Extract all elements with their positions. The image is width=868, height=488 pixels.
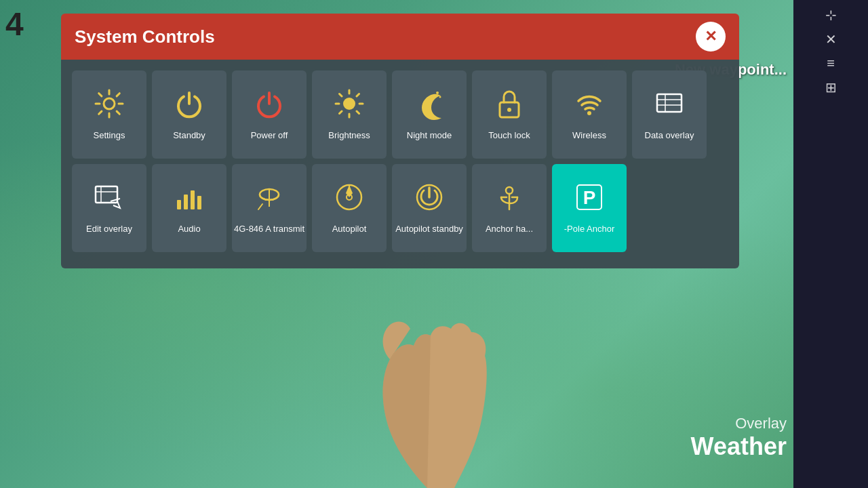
svg-rect-17 bbox=[191, 190, 195, 209]
close-sidebar-icon[interactable]: ✕ bbox=[825, 31, 837, 47]
tile-pole-anchor[interactable]: P -Pole Anchor bbox=[552, 164, 627, 252]
settings-label: Settings bbox=[94, 130, 125, 142]
wireless-label: Wireless bbox=[572, 130, 606, 142]
tile-brightness[interactable]: Brightness bbox=[312, 70, 387, 159]
tile-settings[interactable]: Settings bbox=[72, 70, 146, 159]
edit-overlay-icon bbox=[93, 181, 125, 218]
gear-icon bbox=[93, 87, 125, 125]
tile-touch-lock[interactable]: Touch lock bbox=[472, 70, 547, 159]
svg-point-1 bbox=[343, 98, 355, 110]
overlay-label: Overlay bbox=[691, 415, 787, 432]
tile-autopilot[interactable]: Autopilot bbox=[312, 164, 387, 252]
tile-data-overlay[interactable]: Data overlay bbox=[632, 70, 707, 159]
weather-label: Weather bbox=[691, 432, 787, 461]
svg-point-2 bbox=[436, 92, 439, 94]
screen-number: 4 bbox=[5, 5, 24, 43]
data-overlay-label: Data overlay bbox=[645, 130, 694, 142]
svg-rect-18 bbox=[197, 196, 201, 209]
tile-autopilot-standby[interactable]: Autopilot standby bbox=[392, 164, 467, 252]
4g-transmit-label: 4G-846 A transmit bbox=[234, 224, 304, 235]
data-overlay-icon bbox=[653, 87, 686, 125]
audio-label: Audio bbox=[178, 224, 200, 235]
svg-point-25 bbox=[506, 187, 513, 194]
night-mode-label: Night mode bbox=[407, 130, 452, 142]
tile-4g-transmit[interactable]: 4G-846 A transmit bbox=[232, 164, 307, 252]
tile-audio[interactable]: Audio bbox=[152, 164, 226, 252]
svg-line-14 bbox=[111, 199, 120, 201]
tile-wireless[interactable]: Wireless bbox=[552, 70, 627, 159]
moon-icon bbox=[413, 87, 446, 125]
svg-rect-7 bbox=[657, 94, 682, 112]
pole-anchor-label: -Pole Anchor bbox=[564, 224, 614, 235]
autopilot-standby-icon bbox=[413, 181, 446, 218]
lock-icon bbox=[493, 87, 526, 125]
audio-icon bbox=[173, 181, 205, 218]
svg-rect-16 bbox=[184, 195, 188, 209]
close-button[interactable] bbox=[696, 22, 726, 52]
panel-body: Settings Standby Power bbox=[61, 60, 739, 268]
tiles-row-1: Settings Standby Power bbox=[72, 70, 728, 159]
anchor-label: Anchor ha... bbox=[486, 224, 533, 235]
radar-icon bbox=[253, 181, 285, 218]
grid-icon[interactable]: ⊞ bbox=[825, 79, 837, 96]
tile-standby[interactable]: Standby bbox=[152, 70, 226, 159]
svg-point-3 bbox=[439, 96, 441, 98]
tile-anchor[interactable]: Anchor ha... bbox=[472, 164, 547, 252]
anchor-icon bbox=[493, 181, 526, 218]
touch-lock-label: Touch lock bbox=[488, 130, 530, 142]
panel-title: System Controls bbox=[75, 26, 215, 47]
wifi-icon bbox=[573, 87, 606, 125]
brightness-label: Brightness bbox=[328, 130, 370, 142]
cursor-icon: ⊹ bbox=[825, 7, 837, 23]
autopilot-icon bbox=[333, 181, 366, 218]
parking-icon: P bbox=[573, 181, 606, 218]
tiles-row-2: Edit overlay Audio bbox=[72, 164, 728, 252]
tile-edit-overlay[interactable]: Edit overlay bbox=[72, 164, 146, 252]
tile-night-mode[interactable]: Night mode bbox=[392, 70, 467, 159]
autopilot-label: Autopilot bbox=[332, 224, 367, 235]
svg-text:P: P bbox=[583, 187, 596, 208]
power-off-label: Power off bbox=[251, 130, 288, 142]
autopilot-standby-label: Autopilot standby bbox=[395, 224, 463, 235]
sun-icon bbox=[333, 87, 366, 125]
panel-header: System Controls bbox=[61, 14, 739, 60]
menu-icon[interactable]: ≡ bbox=[827, 56, 835, 71]
svg-point-5 bbox=[507, 108, 511, 112]
standby-icon bbox=[173, 87, 205, 125]
standby-label: Standby bbox=[173, 130, 205, 142]
edit-overlay-label: Edit overlay bbox=[86, 224, 132, 235]
svg-point-0 bbox=[104, 98, 115, 109]
tile-power-off[interactable]: Power off bbox=[232, 70, 307, 159]
system-controls-panel: System Controls Settings bbox=[61, 14, 739, 268]
svg-point-6 bbox=[587, 111, 591, 115]
sidebar-right: ⊹ ✕ ≡ ⊞ bbox=[793, 0, 868, 488]
power-off-icon bbox=[253, 87, 285, 125]
svg-rect-15 bbox=[177, 200, 181, 209]
overlay-weather: Overlay Weather bbox=[691, 415, 787, 461]
